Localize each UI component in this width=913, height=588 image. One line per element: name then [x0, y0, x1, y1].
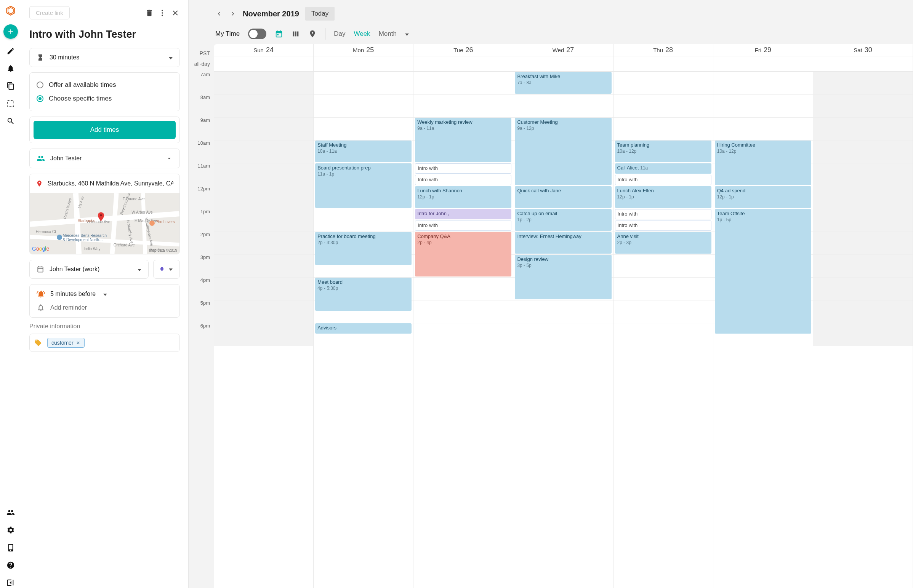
prev-button[interactable] [215, 10, 223, 18]
day-body[interactable]: Staff Meeting10a - 11aBoard presentation… [314, 72, 413, 346]
day-body[interactable]: Weekly marketing review9a - 11aIntro wit… [413, 72, 513, 346]
calendar-event[interactable]: Meet board4p - 5:30p [315, 278, 411, 311]
calendar-event[interactable]: Lunch with Shannon12p - 1p [415, 186, 512, 208]
calendar-view-icon[interactable] [275, 30, 283, 38]
attendee-selector[interactable]: John Tester [29, 149, 180, 168]
notifications-icon[interactable] [5, 63, 16, 74]
calendar-event[interactable]: Quick call with Jane [515, 186, 611, 208]
view-day-button[interactable]: Day [334, 30, 345, 38]
day-column[interactable]: Mon 25Staff Meeting10a - 11aBoard presen… [314, 44, 413, 588]
calendar-event[interactable]: Breakfast with Mike7a - 8a [515, 72, 611, 94]
calendar-event[interactable]: Anne visit2p - 3p [615, 232, 711, 254]
hour-label: 11am [189, 163, 210, 186]
tag-remove-icon[interactable] [76, 341, 80, 345]
timezone-label: PST [189, 44, 210, 57]
calendar-event[interactable]: Practice for board meeting2p - 3:30p [315, 232, 411, 265]
day-body[interactable] [813, 72, 913, 346]
calendar-event[interactable]: Customer Meeting9a - 12p [515, 118, 611, 185]
people-icon[interactable] [5, 507, 16, 518]
hour-label: 2pm [189, 231, 210, 254]
search-icon[interactable] [5, 116, 16, 126]
duration-selector[interactable]: 30 minutes [29, 48, 180, 67]
day-column[interactable]: Tue 26Weekly marketing review9a - 11aInt… [413, 44, 513, 588]
day-column[interactable]: Fri 29Hiring Committee10a - 12pQ4 ad spe… [713, 44, 813, 588]
create-link-button[interactable]: Create link [29, 6, 70, 19]
week-grid[interactable]: Sun 24Mon 25Staff Meeting10a - 11aBoard … [214, 44, 913, 588]
svg-rect-9 [295, 32, 296, 37]
calendar-event[interactable]: Intro with [415, 221, 512, 231]
calendar-event[interactable]: Team Offsite1p - 5p [715, 209, 811, 334]
location-view-icon[interactable] [308, 30, 317, 38]
day-column[interactable]: Thu 28Team planning10a - 12pCall Alice, … [614, 44, 713, 588]
calendar-event[interactable]: Intro with [615, 209, 711, 220]
settings-icon[interactable] [5, 525, 16, 535]
choose-times-option[interactable]: Choose specific times [37, 92, 173, 105]
calendar-event[interactable]: Intro with [615, 175, 711, 185]
day-body[interactable]: Hiring Committee10a - 12pQ4 ad spend12p … [713, 72, 813, 346]
calendar-event[interactable]: Intro with [415, 175, 512, 185]
reminder-active-label[interactable]: 5 minutes before [50, 291, 96, 297]
add-times-button[interactable]: Add times [34, 121, 176, 139]
calendar-event[interactable]: Q4 ad spend12p - 1p [715, 186, 811, 208]
grid-view-icon[interactable] [5, 98, 16, 109]
calendar-selector[interactable]: John Tester (work) [29, 260, 149, 279]
view-dropdown-icon[interactable] [405, 31, 409, 37]
color-selector[interactable] [153, 260, 180, 279]
tag-chip[interactable]: customer [47, 338, 84, 348]
more-icon[interactable] [158, 8, 167, 18]
clipboard-icon[interactable] [5, 81, 16, 91]
help-icon[interactable] [5, 560, 16, 570]
edit-icon[interactable] [5, 46, 16, 57]
calendar-event[interactable]: Team planning10a - 12p [615, 141, 711, 162]
next-button[interactable] [229, 10, 236, 18]
calendar-event[interactable]: Catch up on email1p - 2p [515, 209, 611, 231]
my-time-toggle[interactable] [248, 29, 266, 39]
tag-label: customer [52, 340, 74, 346]
day-body[interactable] [214, 72, 313, 346]
day-body[interactable]: Team planning10a - 12pCall Alice, 11aInt… [614, 72, 713, 346]
calendar-event[interactable]: Board presentation prep11a - 1p [315, 163, 411, 208]
delete-icon[interactable] [145, 8, 154, 18]
mobile-icon[interactable] [5, 542, 16, 553]
calendar-event[interactable]: Intro for John , [415, 209, 512, 220]
allday-cell[interactable] [413, 57, 513, 72]
calendar-event[interactable]: Hiring Committee10a - 12p [715, 141, 811, 185]
chevron-down-icon[interactable] [103, 291, 107, 297]
offer-all-times-option[interactable]: Offer all available times [37, 78, 173, 92]
exit-icon[interactable] [5, 577, 16, 588]
day-column[interactable]: Sun 24 [214, 44, 314, 588]
calendar-event[interactable]: Advisors [315, 323, 411, 334]
day-header: Fri 29 [713, 44, 813, 57]
calendar-event[interactable]: Intro with [615, 221, 711, 231]
calendar-event[interactable]: Staff Meeting10a - 11a [315, 141, 411, 162]
location-text[interactable]: Starbucks, 460 N Mathilda Ave, Sunnyvale… [48, 180, 173, 187]
map-preview[interactable]: W Maude Ave E Maude Ave E Duane Ave Haze… [30, 193, 180, 254]
calendar-event[interactable]: Call Alice, 11a [615, 163, 711, 174]
day-column[interactable]: Sat 30 [813, 44, 913, 588]
view-week-button[interactable]: Week [354, 30, 370, 38]
calendar-event[interactable]: Weekly marketing review9a - 11a [415, 118, 512, 162]
radio-checked-icon [37, 95, 44, 102]
day-header: Sun 24 [214, 44, 313, 57]
hour-label: 3pm [189, 254, 210, 277]
close-icon[interactable] [171, 8, 180, 18]
calendar-event[interactable]: Lunch Alex:Ellen12p - 1p [615, 186, 711, 208]
columns-view-icon[interactable] [291, 30, 300, 38]
calendar-event[interactable]: Interview: Ernest Hemingway [515, 232, 611, 254]
day-column[interactable]: Wed 27Breakfast with Mike7a - 8aCustomer… [513, 44, 613, 588]
calendar-event[interactable]: Intro with [415, 163, 512, 174]
compose-button[interactable] [3, 24, 18, 39]
allday-cell[interactable] [214, 57, 313, 72]
allday-cell[interactable] [813, 57, 913, 72]
calendar-event[interactable]: Design review3p - 5p [515, 255, 611, 299]
allday-cell[interactable] [713, 57, 813, 72]
allday-cell[interactable] [314, 57, 413, 72]
hour-label: 9am [189, 117, 210, 140]
allday-cell[interactable] [614, 57, 713, 72]
allday-cell[interactable] [513, 57, 613, 72]
add-reminder-button[interactable]: Add reminder [37, 304, 173, 312]
today-button[interactable]: Today [305, 7, 335, 21]
calendar-event[interactable]: Company Q&A2p - 4p [415, 232, 512, 276]
day-body[interactable]: Breakfast with Mike7a - 8aCustomer Meeti… [513, 72, 613, 346]
view-month-button[interactable]: Month [379, 30, 397, 38]
